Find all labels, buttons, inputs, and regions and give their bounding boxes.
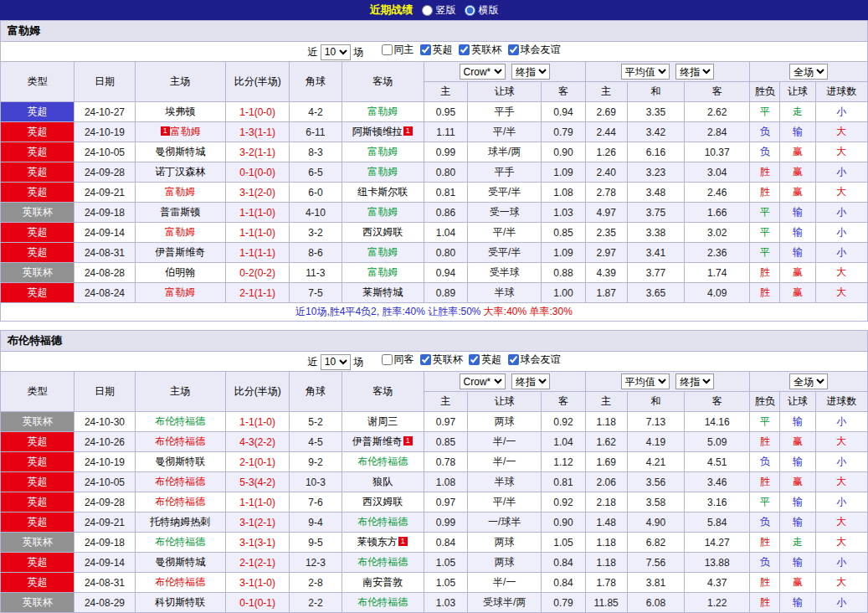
filter-checkbox-same-venue[interactable]: 同主 (382, 43, 414, 57)
odds-value: 4.09 (685, 283, 750, 303)
match-type-badge: 英超 (1, 452, 74, 472)
match-row: 英超24-10-191富勒姆1-3(1-1)6-11阿斯顿维拉11.11平/半0… (1, 122, 868, 142)
result-goals: 大 (815, 183, 867, 203)
odds-value: 1.18 (585, 533, 627, 553)
filter-checkbox-league-2[interactable]: 英联杯 (459, 43, 501, 57)
layout-horizontal-option[interactable]: 横版 (465, 3, 499, 18)
match-score: 3-1(2-1) (226, 513, 290, 533)
odds-value: 1.22 (685, 593, 750, 613)
match-type-badge: 英超 (1, 102, 74, 122)
same-venue-checkbox[interactable] (382, 354, 393, 365)
checkbox-label: 同客 (394, 353, 414, 367)
league-checkbox[interactable] (459, 44, 470, 55)
recent-count-select[interactable]: 10 (321, 354, 351, 370)
scope-select[interactable]: 全场 (789, 373, 828, 389)
filter-checkbox-league-3[interactable]: 球会友谊 (508, 43, 561, 57)
table-header-row-1: 类型 日期 主场 比分(半场) 角球 客场 Crow* 终指 平均值 终指 (1, 372, 868, 392)
odds-value: 6.08 (627, 593, 684, 613)
odds-value: 0.99 (424, 513, 467, 533)
result-wdl: 平 (750, 243, 780, 263)
odds-value: 7.56 (627, 553, 684, 573)
handicap-line: 两球 (468, 553, 542, 573)
bookmaker-select[interactable]: Crow* (460, 373, 506, 389)
match-row: 英超24-08-31布伦特福德3-1(1-0)2-8南安普敦1.05半/一0.8… (1, 573, 868, 593)
match-type-badge: 英超 (1, 432, 74, 452)
final-odds-select-2[interactable]: 终指 (675, 64, 714, 80)
col-header-avg-draw: 和 (627, 82, 684, 102)
summary-stat: 单率:30% (530, 306, 573, 317)
odds-value: 0.85 (424, 432, 467, 452)
recent-count-select[interactable]: 10 (321, 44, 351, 60)
odds-value: 3.02 (685, 223, 750, 243)
same-venue-checkbox[interactable] (382, 44, 393, 55)
league-checkbox[interactable] (469, 354, 480, 365)
filter-checkbox-league-1[interactable]: 英超 (420, 43, 453, 57)
away-team: 富勒姆 (342, 162, 424, 183)
match-type-badge: 英超 (1, 553, 74, 573)
away-team: 南安普敦 (342, 573, 424, 593)
result-wdl: 平 (750, 203, 780, 223)
filter-checkbox-same-venue[interactable]: 同客 (382, 353, 414, 367)
final-odds-select-1[interactable]: 终指 (511, 64, 550, 80)
match-date: 24-10-05 (74, 472, 135, 492)
match-date: 24-09-14 (74, 553, 135, 573)
away-team: 西汉姆联 (342, 223, 424, 243)
odds-value: 1.00 (542, 283, 585, 303)
away-team: 布伦特福德 (342, 593, 424, 613)
odds-value: 2.35 (585, 223, 627, 243)
bookmaker-select[interactable]: Crow* (460, 64, 506, 80)
odds-value: 4.19 (627, 432, 684, 452)
recent-results-table: 近 10 场 同主 英超 英联杯 球会友谊 类型 日期 主场 (0, 41, 868, 322)
odds-value: 3.81 (627, 573, 684, 593)
handicap-line: 球半/两 (468, 142, 542, 162)
league-checkbox[interactable] (420, 354, 431, 365)
away-team: 西汉姆联 (342, 492, 424, 513)
filter-checkbox-group: 同主 英超 英联杯 球会友谊 (378, 46, 561, 58)
filter-checkbox-league-1[interactable]: 英联杯 (420, 353, 463, 367)
corner-score: 11-3 (290, 263, 342, 283)
odds-value: 2.44 (585, 122, 627, 142)
match-row: 英超24-09-14富勒姆1-1(1-0)3-2西汉姆联1.04平/半0.852… (1, 223, 868, 243)
layout-vertical-option[interactable]: 竖版 (422, 3, 456, 18)
match-row: 英超24-10-27埃弗顿1-1(0-0)4-2富勒姆0.95平手0.942.6… (1, 102, 868, 122)
average-select[interactable]: 平均值 (621, 373, 670, 389)
scope-select[interactable]: 全场 (789, 64, 828, 80)
match-score: 1-1(1-1) (226, 243, 290, 263)
team-name: 富勒姆 (165, 226, 195, 238)
odds-value: 4.90 (627, 513, 684, 533)
filter-checkbox-league-2[interactable]: 英超 (469, 353, 501, 367)
team-name: 南安普敦 (362, 576, 403, 588)
odds-value: 0.81 (542, 472, 585, 492)
vertical-radio[interactable] (422, 5, 433, 16)
handicap-line: 平/半 (468, 223, 542, 243)
handicap-odds-group-header: Crow* 终指 (424, 372, 585, 392)
odds-value: 0.81 (424, 183, 467, 203)
odds-value: 5.84 (685, 513, 750, 533)
odds-value: 14.27 (685, 533, 750, 553)
league-checkbox[interactable] (420, 44, 431, 55)
final-odds-select-2[interactable]: 终指 (675, 373, 714, 389)
home-team: 1富勒姆 (135, 122, 225, 142)
filter-checkbox-league-3[interactable]: 球会友谊 (508, 353, 561, 367)
odds-value: 0.97 (424, 412, 467, 432)
corner-score: 9-2 (290, 452, 342, 472)
average-select[interactable]: 平均值 (621, 64, 670, 80)
team-name: 富勒姆 (367, 206, 398, 218)
match-score: 1-1(1-0) (226, 492, 290, 513)
summary-row: 近10场,胜4平4负2, 胜率:40% 让胜率:50% 大率:40% 单率:30… (1, 303, 868, 322)
odds-value: 3.58 (627, 492, 684, 513)
odds-value: 3.41 (627, 243, 684, 263)
result-goals: 小 (815, 203, 867, 223)
league-checkbox[interactable] (508, 354, 519, 365)
team-name: 富勒姆 (367, 166, 398, 178)
horizontal-radio[interactable] (465, 5, 475, 16)
home-team: 布伦特福德 (135, 573, 225, 593)
final-odds-select-1[interactable]: 终指 (511, 373, 550, 389)
match-score: 3-1(3-1) (226, 533, 290, 553)
result-wdl: 胜 (750, 573, 780, 593)
home-team: 布伦特福德 (135, 492, 225, 513)
col-header-home-odds: 主 (424, 392, 467, 412)
league-checkbox[interactable] (508, 44, 519, 55)
team-name: 伊普斯维奇 (155, 246, 205, 258)
odds-value: 1.78 (585, 573, 627, 593)
